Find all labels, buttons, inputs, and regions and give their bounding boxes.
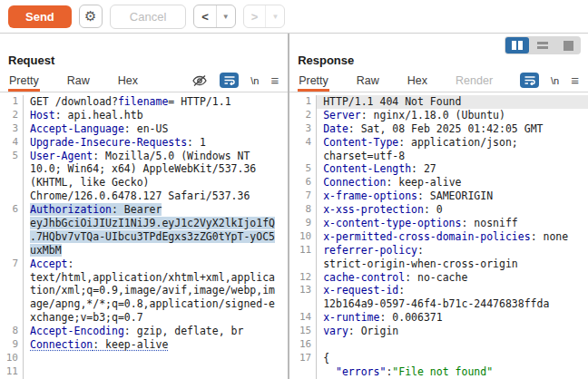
- request-editor[interactable]: 1GET /download?filename= HTTP/1.12Host: …: [0, 92, 288, 379]
- code-line: 2Host: api.heal.htb: [0, 109, 288, 122]
- response-title: Response: [289, 53, 588, 71]
- line-number: 8: [289, 203, 317, 217]
- code-text: [24, 352, 288, 365]
- code-line: 17{: [289, 352, 588, 365]
- line-number: 3: [289, 122, 317, 136]
- code-text: 10.0; Win64; x64) AppleWebKit/537.36: [24, 162, 288, 176]
- line-number: 2: [289, 109, 317, 122]
- line-number: 6: [0, 203, 24, 217]
- code-text: text/html,application/xhtml+xml,applica: [24, 271, 288, 285]
- send-button[interactable]: Send: [8, 5, 72, 28]
- code-line: charset=utf-8: [289, 150, 588, 163]
- code-text: Server: nginx/1.18.0 (Ubuntu): [317, 109, 588, 122]
- line-number: [0, 217, 24, 230]
- request-tab-icons: \n ≡: [191, 73, 279, 92]
- back-arrow-icon[interactable]: <: [194, 5, 216, 27]
- word-wrap-icon[interactable]: [220, 73, 239, 88]
- code-line: 14x-runtime: 0.006371: [289, 311, 588, 325]
- request-tab-pretty[interactable]: Pretty: [8, 72, 40, 92]
- line-number: 5: [0, 150, 24, 163]
- code-text: User-Agent: Mozilla/5.0 (Windows NT: [24, 150, 288, 163]
- gear-icon[interactable]: ⚙: [79, 5, 103, 28]
- code-text: Accept:: [24, 258, 288, 271]
- code-text: 12b164a9-0597-46f4-b71c-24476838ffda: [317, 297, 588, 311]
- code-text: x-permitted-cross-domain-policies: none: [317, 230, 588, 244]
- view-single-pane-icon[interactable]: [556, 37, 580, 53]
- line-number: [289, 365, 317, 379]
- code-line: 6Authorization: Bearer: [0, 203, 288, 217]
- code-line: 12cache-control: no-cache: [289, 271, 588, 285]
- code-text: (KHTML, like Gecko): [24, 176, 288, 190]
- code-line: 3Date: Sat, 08 Feb 2025 01:42:05 GMT: [289, 122, 588, 136]
- line-number: 9: [289, 217, 317, 230]
- word-wrap-icon[interactable]: [520, 73, 539, 88]
- toolbar: Send ⚙ Cancel < ▼ > ▼: [0, 0, 588, 34]
- code-line: "errors":"File not found": [289, 365, 588, 379]
- code-text: x-xss-protection: 0: [317, 203, 588, 217]
- code-text: vary: Origin: [317, 325, 588, 338]
- code-text: referrer-policy:: [317, 244, 588, 258]
- line-number: [0, 230, 24, 244]
- response-editor[interactable]: 1HTTP/1.1 404 Not Found2Server: nginx/1.…: [289, 92, 588, 379]
- code-line: 11: [0, 365, 288, 379]
- code-text: Chrome/126.0.6478.127 Safari/537.36: [24, 190, 288, 203]
- request-tab-raw[interactable]: Raw: [66, 72, 91, 92]
- newline-toggle-icon[interactable]: \n: [250, 75, 259, 86]
- code-text: GET /download?filename= HTTP/1.1: [24, 95, 288, 109]
- code-line: tion/xml;q=0.9,image/avif,image/webp,im: [0, 284, 288, 297]
- response-tab-hex[interactable]: Hex: [407, 72, 428, 92]
- code-line: 15vary: Origin: [289, 325, 588, 338]
- line-number: [0, 297, 24, 311]
- code-line: 5Content-Length: 27: [289, 162, 588, 176]
- code-line: 8x-xss-protection: 0: [289, 203, 588, 217]
- code-text: "errors":"File not found": [317, 365, 588, 379]
- code-line: 4Upgrade-Insecure-Requests: 1: [0, 136, 288, 150]
- response-tab-icons: \n ≡: [520, 73, 579, 92]
- line-number: [0, 244, 24, 258]
- code-line: .7HQbv7vTQa-UIbcu3TPdEgxs3zZG0tYpT-yOC5: [0, 230, 288, 244]
- view-split-columns-icon[interactable]: [505, 37, 529, 53]
- request-header: Request Pretty Raw Hex: [0, 34, 288, 92]
- code-line: 1GET /download?filename= HTTP/1.1: [0, 95, 288, 109]
- code-text: tion/xml;q=0.9,image/avif,image/webp,im: [24, 284, 288, 297]
- code-text: cache-control: no-cache: [317, 271, 588, 285]
- line-number: [289, 258, 317, 271]
- hamburger-menu-icon[interactable]: ≡: [270, 73, 279, 87]
- view-stacked-rows-icon[interactable]: [531, 37, 554, 53]
- code-line: 16: [289, 338, 588, 352]
- code-text: Date: Sat, 08 Feb 2025 01:42:05 GMT: [317, 122, 588, 136]
- code-line: 10x-permitted-cross-domain-policies: non…: [289, 230, 588, 244]
- response-tab-raw[interactable]: Raw: [356, 72, 380, 92]
- request-panel: Request Pretty Raw Hex: [0, 34, 288, 379]
- code-line: 8Accept-Encoding: gzip, deflate, br: [0, 325, 288, 338]
- code-text: x-content-type-options: nosniff: [317, 217, 588, 230]
- code-line: 9Connection: keep-alive: [0, 338, 288, 352]
- code-text: charset=utf-8: [317, 150, 588, 163]
- code-line: age/apng,*/*;q=0.8,application/signed-e: [0, 297, 288, 311]
- line-number: 3: [0, 122, 24, 136]
- line-number: 12: [289, 271, 317, 285]
- back-button[interactable]: < ▼: [193, 5, 236, 28]
- response-tab-pretty[interactable]: Pretty: [298, 72, 329, 92]
- code-text: xchange;v=b3;q=0.7: [24, 311, 288, 325]
- hide-eye-icon[interactable]: [191, 74, 208, 87]
- code-text: .7HQbv7vTQa-UIbcu3TPdEgxs3zZG0tYpT-yOC5: [24, 230, 288, 244]
- code-line: 12b164a9-0597-46f4-b71c-24476838ffda: [289, 297, 588, 311]
- repeater-panels: Request Pretty Raw Hex: [0, 34, 588, 379]
- code-line: 10.0; Win64; x64) AppleWebKit/537.36: [0, 162, 288, 176]
- line-number: 1: [289, 95, 317, 109]
- code-text: Authorization: Bearer: [24, 203, 288, 217]
- line-number: 16: [289, 338, 317, 352]
- hamburger-menu-icon[interactable]: ≡: [571, 73, 579, 87]
- line-number: [0, 190, 24, 203]
- code-line: 5User-Agent: Mozilla/5.0 (Windows NT: [0, 150, 288, 163]
- newline-toggle-icon[interactable]: \n: [551, 75, 559, 86]
- back-dropdown-icon[interactable]: ▼: [216, 5, 235, 27]
- cancel-button[interactable]: Cancel: [110, 5, 186, 29]
- line-number: 7: [0, 258, 24, 271]
- line-number: 13: [289, 284, 317, 297]
- code-text: Upgrade-Insecure-Requests: 1: [24, 136, 288, 150]
- code-line: 10: [0, 352, 288, 365]
- request-tab-hex[interactable]: Hex: [117, 72, 139, 92]
- code-text: eyJhbGciOiJIUzI1NiJ9.eyJ1c2VyX2lkIjo1fQ: [24, 217, 288, 230]
